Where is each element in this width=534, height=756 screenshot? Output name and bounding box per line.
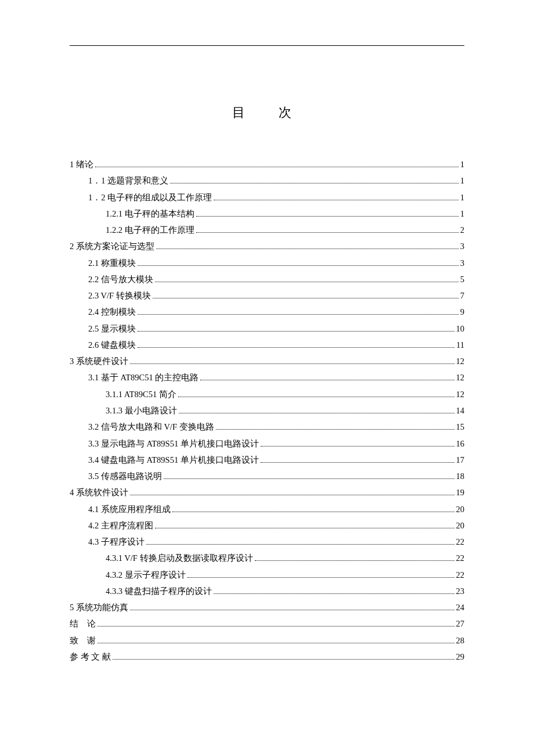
toc-leader-dots xyxy=(130,359,454,365)
toc-entry[interactable]: 3.2 信号放大电路和 V/F 变换电路15 xyxy=(70,419,464,435)
toc-entry[interactable]: 3 系统硬件设计12 xyxy=(70,353,464,369)
toc-entry[interactable]: 3.5 传感器电路说明18 xyxy=(70,468,464,484)
toc-entry-label: 2.6 键盘模块 xyxy=(88,337,136,353)
toc-entry-label: 2 系统方案论证与选型 xyxy=(70,238,154,254)
toc-leader-dots xyxy=(130,491,454,496)
toc-entry-label: 3.1.3 最小电路设计 xyxy=(106,402,177,419)
toc-entry-label: 4.3 子程序设计 xyxy=(88,534,145,550)
toc-entry-page: 23 xyxy=(456,583,465,599)
toc-entry-page: 19 xyxy=(456,484,465,501)
toc-entry[interactable]: 2.5 显示模块10 xyxy=(70,321,464,337)
toc-entry[interactable]: 3.3 显示电路与 AT89S51 单片机接口电路设计16 xyxy=(70,435,464,452)
toc-leader-dots xyxy=(200,376,454,381)
toc-entry-label: 2.5 显示模块 xyxy=(88,321,136,337)
toc-entry-label: 结 论 xyxy=(70,615,96,632)
toc-entry[interactable]: 2.2 信号放大模块5 xyxy=(70,271,464,287)
toc-entry[interactable]: 1．2 电子秤的组成以及工作原理1 xyxy=(70,189,464,206)
toc-entry-page: 17 xyxy=(456,452,465,468)
toc-leader-dots xyxy=(153,293,459,298)
toc-entry[interactable]: 2.4 控制模块9 xyxy=(70,304,464,320)
toc-entry[interactable]: 4.1 系统应用程序组成20 xyxy=(70,501,464,517)
toc-entry-page: 28 xyxy=(456,632,465,649)
toc-entry-page: 1 xyxy=(460,172,464,189)
toc-entry-label: 4.3.1 V/F 转换启动及数据读取程序设计 xyxy=(106,550,253,566)
toc-entry-page: 7 xyxy=(460,287,464,304)
toc-leader-dots xyxy=(170,179,459,184)
toc-leader-dots xyxy=(255,556,454,561)
toc-entry-page: 2 xyxy=(460,222,464,238)
toc-leader-dots xyxy=(172,507,454,512)
toc-leader-dots xyxy=(187,573,454,578)
toc-entry-label: 2.1 称重模块 xyxy=(88,255,136,271)
toc-leader-dots xyxy=(196,211,459,217)
toc-leader-dots xyxy=(261,458,454,463)
toc-leader-dots xyxy=(178,392,454,397)
toc-entry[interactable]: 1．1 选题背景和意义1 xyxy=(70,172,464,189)
toc-entry[interactable]: 1 绪论1 xyxy=(70,156,464,172)
toc-entry-label: 致 谢 xyxy=(70,632,96,649)
toc-leader-dots xyxy=(179,408,454,413)
toc-entry[interactable]: 4.3.3 键盘扫描子程序的设计23 xyxy=(70,583,464,599)
toc-leader-dots xyxy=(98,622,454,627)
toc-entry-page: 22 xyxy=(456,550,465,566)
document-page: 目 次 1 绪论11．1 选题背景和意义11．2 电子秤的组成以及工作原理11.… xyxy=(0,0,534,700)
toc-entry[interactable]: 1.2.2 电子秤的工作原理2 xyxy=(70,222,464,238)
toc-entry-page: 3 xyxy=(460,238,464,254)
toc-entry[interactable]: 4.3 子程序设计22 xyxy=(70,534,464,550)
toc-entry[interactable]: 4.3.2 显示子程序设计22 xyxy=(70,567,464,583)
toc-entry[interactable]: 4 系统软件设计19 xyxy=(70,484,464,501)
toc-entry-page: 20 xyxy=(456,517,465,534)
toc-entry-page: 22 xyxy=(456,567,465,583)
toc-entry[interactable]: 1.2.1 电子秤的基本结构1 xyxy=(70,206,464,222)
toc-entry-label: 2.4 控制模块 xyxy=(88,304,136,320)
toc-leader-dots xyxy=(138,310,459,315)
toc-entry-label: 3.2 信号放大电路和 V/F 变换电路 xyxy=(88,419,214,435)
toc-leader-dots xyxy=(95,162,459,167)
toc-entry-label: 4.2 主程序流程图 xyxy=(88,517,153,534)
toc-entry[interactable]: 2.3 V/F 转换模块7 xyxy=(70,287,464,304)
toc-entry-page: 12 xyxy=(456,369,465,386)
toc-entry[interactable]: 3.4 键盘电路与 AT89S51 单片机接口电路设计17 xyxy=(70,452,464,468)
toc-leader-dots xyxy=(146,539,454,545)
toc-entry[interactable]: 4.2 主程序流程图20 xyxy=(70,517,464,534)
toc-entry-label: 1 绪论 xyxy=(70,156,93,172)
toc-entry-page: 11 xyxy=(456,337,464,353)
toc-entry[interactable]: 参 考 文 献29 xyxy=(70,649,464,665)
toc-leader-dots xyxy=(216,425,454,430)
toc-entry-label: 2.3 V/F 转换模块 xyxy=(88,287,151,304)
toc-leader-dots xyxy=(196,228,459,233)
toc-entry-label: 1.2.1 电子秤的基本结构 xyxy=(106,206,194,222)
toc-entry[interactable]: 3.1 基于 AT89C51 的主控电路12 xyxy=(70,369,464,386)
toc-entry[interactable]: 2.6 键盘模块11 xyxy=(70,337,464,353)
toc-entry-page: 16 xyxy=(456,435,465,452)
toc-entry[interactable]: 3.1.1 AT89C51 简介12 xyxy=(70,386,464,402)
toc-entry-page: 15 xyxy=(456,419,465,435)
toc-leader-dots xyxy=(214,589,454,594)
toc-entry[interactable]: 2 系统方案论证与选型3 xyxy=(70,238,464,254)
toc-leader-dots xyxy=(155,277,459,282)
toc-title: 目 次 xyxy=(70,104,464,121)
toc-leader-dots xyxy=(113,654,454,660)
toc-entry-page: 12 xyxy=(456,353,465,369)
toc-entry-page: 3 xyxy=(460,255,464,271)
toc-entry-page: 29 xyxy=(456,649,465,665)
toc-entry-page: 20 xyxy=(456,501,465,517)
toc-entry-page: 1 xyxy=(460,156,464,172)
toc-entry-label: 4.1 系统应用程序组成 xyxy=(88,501,171,517)
toc-entry[interactable]: 5 系统功能仿真24 xyxy=(70,599,464,615)
toc-entry-label: 4.3.2 显示子程序设计 xyxy=(106,567,186,583)
toc-entry-page: 12 xyxy=(456,386,465,402)
toc-entry-page: 24 xyxy=(456,599,465,615)
toc-entry[interactable]: 2.1 称重模块3 xyxy=(70,255,464,271)
toc-leader-dots xyxy=(138,343,454,348)
toc-entry-label: 参 考 文 献 xyxy=(70,649,111,665)
toc-entry[interactable]: 4.3.1 V/F 转换启动及数据读取程序设计22 xyxy=(70,550,464,566)
toc-leader-dots xyxy=(155,523,454,528)
toc-leader-dots xyxy=(261,441,454,447)
toc-entry[interactable]: 致 谢28 xyxy=(70,632,464,649)
header-rule xyxy=(70,45,464,46)
toc-entry[interactable]: 3.1.3 最小电路设计14 xyxy=(70,402,464,419)
toc-entry[interactable]: 结 论27 xyxy=(70,615,464,632)
toc-leader-dots xyxy=(130,605,454,610)
toc-entry-page: 5 xyxy=(460,271,464,287)
